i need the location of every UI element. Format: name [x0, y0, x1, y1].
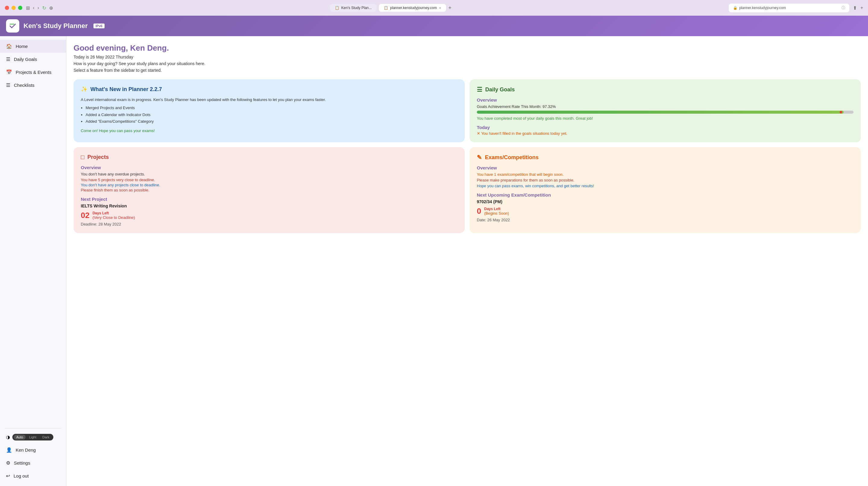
bookmark-icon[interactable]: ⊕ — [49, 5, 53, 11]
goals-praise: You have completed most of your daily go… — [477, 116, 854, 121]
add-tab-icon[interactable]: + — [861, 5, 863, 11]
user-icon: 👤 — [6, 447, 12, 453]
home-icon: 🏠 — [6, 43, 12, 49]
app-wrapper: Ken's Study Planner IPv6 🏠 Home ☰ Daily … — [0, 16, 868, 486]
browser-controls: ⊞ ‹ › ↻ ⊕ — [26, 5, 53, 11]
projects-warning1: You have 5 projects very close to deadli… — [81, 178, 458, 182]
next-project-label: Next Project — [81, 196, 458, 202]
info-icon: ⓘ — [841, 5, 845, 10]
sidebar-item-logout[interactable]: ↩ Log out — [0, 469, 66, 482]
date-line: Today is 26 May 2022 Thursday — [73, 55, 861, 59]
tab-2[interactable]: 📋 planner.kenstudyjourney.com ✕ — [379, 4, 446, 12]
exams-card: ✎ Exams/Competitions Overview You have 1… — [470, 147, 861, 233]
deadline-row: 02 Days Left (Very Close to Deadline) — [81, 211, 458, 220]
sidebar-item-user[interactable]: 👤 Ken Deng — [0, 444, 66, 456]
exam-days-row: 0 Days Left (Begins Soon) — [477, 207, 854, 216]
progress-bar-fill — [477, 111, 844, 114]
tab1-label: Ken's Study Plan... — [341, 6, 372, 10]
exam-days-left-label: Days Left — [484, 207, 509, 211]
projects-title: □ Projects — [81, 154, 458, 161]
ipv6-badge: IPv6 — [93, 23, 105, 29]
sidebar-item-daily-goals[interactable]: ☰ Daily Goals — [0, 53, 66, 66]
sidebar-user-label: Ken Deng — [16, 447, 36, 453]
exam-name: 9702/34 (PM) — [477, 199, 854, 204]
whats-new-item-3: Added "Exams/Competitions" Category — [86, 119, 458, 125]
daily-goals-icon: ☰ — [6, 56, 10, 62]
logout-icon: ↩ — [6, 473, 10, 479]
close-button[interactable] — [5, 6, 9, 10]
theme-auto-button[interactable]: Auto — [14, 435, 26, 439]
browser-actions: ⬆ + — [853, 5, 863, 11]
theme-icon: ◑ — [6, 434, 10, 440]
traffic-lights — [5, 6, 22, 10]
daily-goals-overview-label: Overview — [477, 97, 854, 102]
sidebar: 🏠 Home ☰ Daily Goals 📅 Projects & Events… — [0, 36, 66, 486]
sidebar-logout-label: Log out — [13, 473, 29, 479]
content-area: Good evening, Ken Deng. Today is 26 May … — [66, 36, 868, 486]
app-title: Ken's Study Planner — [24, 22, 88, 30]
very-close-label: (Very Close to Deadline) — [93, 215, 135, 220]
address-bar[interactable]: 🔒 planner.kenstudyjourney.com ⓘ — [729, 4, 849, 12]
app-logo — [6, 19, 19, 33]
next-exam-label: Next Upcoming Exam/Competition — [477, 192, 854, 198]
greeting: Good evening, Ken Deng. — [73, 43, 861, 53]
projects-info1: You don't have any projects close to dea… — [81, 183, 458, 187]
exam-begins-label: (Begins Soon) — [484, 211, 509, 216]
projects-card: □ Projects Overview You don't have any o… — [73, 147, 465, 233]
whats-new-link: Come on! Hope you can pass your exams! — [81, 128, 458, 133]
sidebar-item-daily-goals-label: Daily Goals — [14, 57, 37, 62]
exam-days-num: 0 — [477, 207, 481, 216]
tab1-favicon: 📋 — [335, 6, 339, 10]
exam-date: Date: 26 May 2022 — [477, 218, 854, 222]
forward-icon[interactable]: › — [37, 5, 39, 10]
sidebar-item-projects-events[interactable]: 📅 Projects & Events — [0, 66, 66, 79]
maximize-button[interactable] — [18, 6, 22, 10]
exams-overview-label: Overview — [477, 165, 854, 170]
exam-orange: You have 1 exam/competition that will be… — [477, 172, 854, 177]
sidebar-item-home[interactable]: 🏠 Home — [0, 40, 66, 53]
sidebar-item-checklists[interactable]: ☰ Checklists — [0, 79, 66, 92]
cards-grid: ✨ What's New in Planner 2.2.7 A Level in… — [73, 79, 861, 233]
tab-bar: 📋 Ken's Study Plan... 📋 planner.kenstudy… — [57, 4, 725, 12]
projects-icon: □ — [81, 154, 84, 161]
whats-new-item-1: Merged Projects and Events — [86, 105, 458, 111]
daily-goals-title: ☰ Daily Goals — [477, 86, 854, 93]
progress-dot — [840, 111, 842, 113]
select-line: Select a feature from the sidebar to get… — [73, 68, 861, 73]
exam-red: Please make preparations for them as soo… — [477, 178, 854, 182]
whats-new-card: ✨ What's New in Planner 2.2.7 A Level in… — [73, 79, 465, 142]
project-name: IELTS Writing Revision — [81, 204, 458, 208]
exams-title: ✎ Exams/Competitions — [477, 154, 854, 161]
sidebar-item-settings[interactable]: ⚙ Settings — [0, 456, 66, 469]
tab-1[interactable]: 📋 Ken's Study Plan... — [330, 4, 376, 12]
minimize-button[interactable] — [11, 6, 16, 10]
app-header: Ken's Study Planner IPv6 — [0, 16, 868, 36]
refresh-icon[interactable]: ↻ — [42, 5, 46, 11]
exam-blue: Hope you can pass exams, win competition… — [477, 184, 854, 188]
back-icon[interactable]: ‹ — [33, 5, 34, 10]
lock-icon: 🔒 — [733, 6, 738, 10]
tab2-close-icon[interactable]: ✕ — [439, 6, 441, 10]
goals-rate-text: Goals Achievement Rate This Month: 97.32… — [477, 104, 854, 109]
projects-warning2: Please finish them as soon as possible. — [81, 188, 458, 192]
exam-days-info: Days Left (Begins Soon) — [484, 207, 509, 216]
settings-icon: ⚙ — [6, 460, 10, 466]
projects-overview-label: Overview — [81, 165, 458, 170]
whats-new-list: Merged Projects and Events Added a Calen… — [86, 105, 458, 125]
no-overdue: You don't have any overdue projects. — [81, 172, 458, 176]
theme-light-button[interactable]: Light — [27, 435, 39, 439]
progress-bar — [477, 111, 854, 114]
today-label: Today — [477, 125, 854, 130]
sidebar-toggle-icon[interactable]: ⊞ — [26, 5, 30, 11]
theme-dark-button[interactable]: Dark — [40, 435, 52, 439]
sidebar-item-home-label: Home — [16, 44, 28, 49]
main-layout: 🏠 Home ☰ Daily Goals 📅 Projects & Events… — [0, 36, 868, 486]
new-tab-button[interactable]: + — [448, 5, 452, 11]
tab2-label: planner.kenstudyjourney.com — [390, 6, 437, 10]
deadline-text: Deadline: 28 May 2022 — [81, 222, 458, 226]
days-left-num: 02 — [81, 211, 90, 220]
share-icon[interactable]: ⬆ — [853, 5, 857, 11]
theme-toggle[interactable]: Auto Light Dark — [12, 434, 53, 441]
whats-new-title: ✨ What's New in Planner 2.2.7 — [81, 86, 458, 93]
whats-new-icon: ✨ — [81, 86, 87, 93]
